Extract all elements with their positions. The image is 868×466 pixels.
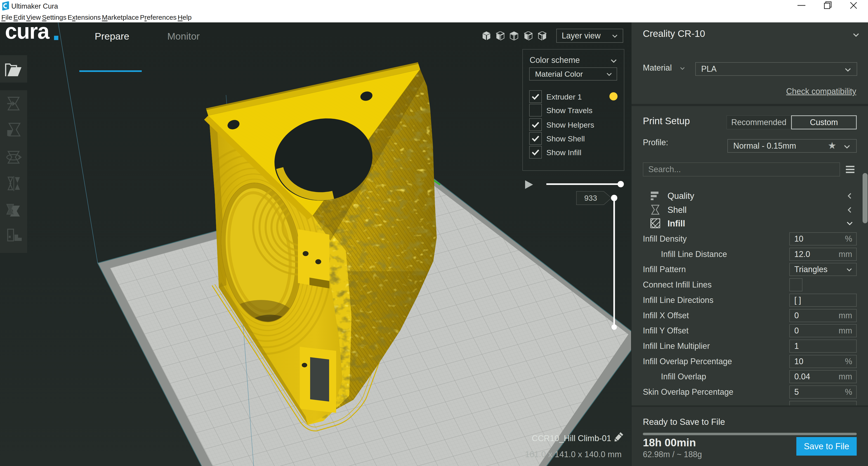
- svg-text:933: 933: [584, 194, 597, 202]
